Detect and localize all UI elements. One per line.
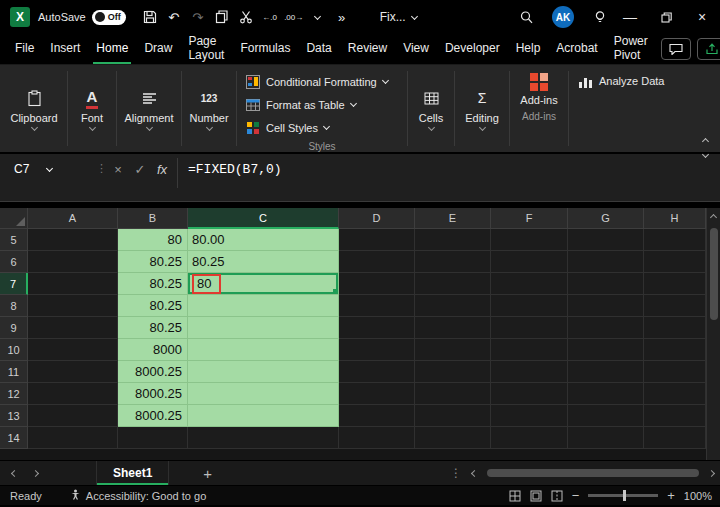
editing-group-button[interactable]: Σ Editing xyxy=(456,65,508,152)
cell-B13[interactable]: 8000.25 xyxy=(118,405,188,427)
cell-E13[interactable] xyxy=(415,405,491,427)
customize-qat-icon[interactable] xyxy=(306,5,330,29)
cell-H10[interactable] xyxy=(644,339,706,361)
cell-D5[interactable] xyxy=(339,229,415,251)
share-button[interactable] xyxy=(697,38,720,60)
cell-F9[interactable] xyxy=(491,317,568,339)
cell-D10[interactable] xyxy=(339,339,415,361)
cell-G7[interactable] xyxy=(568,273,644,295)
scroll-up-icon[interactable] xyxy=(710,214,717,221)
cell-G6[interactable] xyxy=(568,251,644,273)
previous-sheet-icon[interactable] xyxy=(11,469,18,476)
tab-data[interactable]: Data xyxy=(303,34,334,64)
row-header-13[interactable]: 13 xyxy=(0,405,28,427)
cell-G5[interactable] xyxy=(568,229,644,251)
cell-F5[interactable] xyxy=(491,229,568,251)
comments-button[interactable] xyxy=(661,38,691,60)
column-header-A[interactable]: A xyxy=(28,208,118,229)
cell-D14[interactable] xyxy=(339,427,415,449)
namebox-resizer[interactable]: ⋮ xyxy=(96,162,107,175)
cell-H8[interactable] xyxy=(644,295,706,317)
cell-A11[interactable] xyxy=(28,361,118,383)
search-icon[interactable] xyxy=(514,5,538,29)
tab-home[interactable]: Home xyxy=(93,34,131,64)
expand-formula-bar-icon[interactable] xyxy=(702,151,709,158)
document-title[interactable]: Fix... xyxy=(380,10,417,24)
increase-decimal-icon[interactable]: ←.0 xyxy=(258,5,282,29)
cell-C9[interactable] xyxy=(188,317,339,339)
zoom-slider[interactable] xyxy=(588,494,658,497)
cell-H12[interactable] xyxy=(644,383,706,405)
decrease-decimal-icon[interactable]: .00→ xyxy=(282,5,306,29)
cell-H14[interactable] xyxy=(644,427,706,449)
cell-F8[interactable] xyxy=(491,295,568,317)
alignment-group-button[interactable]: Alignment xyxy=(118,65,180,152)
select-all-button[interactable] xyxy=(0,208,28,229)
row-header-12[interactable]: 12 xyxy=(0,383,28,405)
cell-C6[interactable]: 80.25 xyxy=(188,251,339,273)
cell-D13[interactable] xyxy=(339,405,415,427)
cell-C7[interactable]: 80 xyxy=(188,273,339,295)
tab-insert[interactable]: Insert xyxy=(47,34,83,64)
cell-H11[interactable] xyxy=(644,361,706,383)
cell-G12[interactable] xyxy=(568,383,644,405)
scroll-left-icon[interactable] xyxy=(471,469,478,476)
name-box[interactable]: C7 xyxy=(8,157,96,181)
enter-button[interactable]: ✓ xyxy=(129,157,151,181)
zoom-in-button[interactable]: + xyxy=(667,488,675,503)
cell-B8[interactable]: 80.25 xyxy=(118,295,188,317)
cell-E7[interactable] xyxy=(415,273,491,295)
tab-help[interactable]: Help xyxy=(513,34,544,64)
cell-B5[interactable]: 80 xyxy=(118,229,188,251)
cell-C8[interactable] xyxy=(188,295,339,317)
clipboard-group-button[interactable]: Clipboard xyxy=(2,65,66,152)
cell-D8[interactable] xyxy=(339,295,415,317)
column-header-G[interactable]: G xyxy=(568,208,644,229)
row-header-8[interactable]: 8 xyxy=(0,295,28,317)
cell-E6[interactable] xyxy=(415,251,491,273)
cell-A13[interactable] xyxy=(28,405,118,427)
row-header-9[interactable]: 9 xyxy=(0,317,28,339)
cancel-button[interactable]: × xyxy=(107,157,129,181)
cell-C12[interactable] xyxy=(188,383,339,405)
restore-button[interactable] xyxy=(648,0,684,34)
sheet-options-icon[interactable]: ⋮ xyxy=(450,466,462,480)
row-header-5[interactable]: 5 xyxy=(0,229,28,251)
column-header-E[interactable]: E xyxy=(415,208,491,229)
vertical-scroll-thumb[interactable] xyxy=(710,228,718,320)
autosave-control[interactable]: AutoSave Off xyxy=(38,10,126,25)
cell-F7[interactable] xyxy=(491,273,568,295)
horizontal-scroll-thumb[interactable] xyxy=(487,469,699,477)
analyze-data-button[interactable]: Analyze Data xyxy=(570,65,672,152)
tab-draw[interactable]: Draw xyxy=(141,34,175,64)
lightbulb-icon[interactable] xyxy=(588,5,612,29)
cell-G14[interactable] xyxy=(568,427,644,449)
tab-formulas[interactable]: Formulas xyxy=(237,34,293,64)
cell-H6[interactable] xyxy=(644,251,706,273)
cell-F12[interactable] xyxy=(491,383,568,405)
add-sheet-button[interactable]: + xyxy=(203,465,212,482)
cell-B12[interactable]: 8000.25 xyxy=(118,383,188,405)
column-header-D[interactable]: D xyxy=(339,208,415,229)
cell-C13[interactable] xyxy=(188,405,339,427)
cell-G11[interactable] xyxy=(568,361,644,383)
addins-button[interactable]: Add-ins xyxy=(520,94,557,106)
row-header-7[interactable]: 7 xyxy=(0,273,28,295)
cell-G8[interactable] xyxy=(568,295,644,317)
cell-E12[interactable] xyxy=(415,383,491,405)
cell-A5[interactable] xyxy=(28,229,118,251)
cell-E14[interactable] xyxy=(415,427,491,449)
formula-input[interactable]: =FIXED(B7,0) xyxy=(184,162,282,177)
cell-A7[interactable] xyxy=(28,273,118,295)
cell-F14[interactable] xyxy=(491,427,568,449)
cell-B6[interactable]: 80.25 xyxy=(118,251,188,273)
copy-icon[interactable] xyxy=(210,5,234,29)
cell-H7[interactable] xyxy=(644,273,706,295)
cell-F11[interactable] xyxy=(491,361,568,383)
row-header-11[interactable]: 11 xyxy=(0,361,28,383)
tab-power-pivot[interactable]: Power Pivot xyxy=(611,34,651,64)
autosave-toggle[interactable]: Off xyxy=(92,10,126,25)
cell-C14[interactable] xyxy=(188,427,339,449)
scroll-right-icon[interactable] xyxy=(708,469,715,476)
tab-developer[interactable]: Developer xyxy=(442,34,503,64)
